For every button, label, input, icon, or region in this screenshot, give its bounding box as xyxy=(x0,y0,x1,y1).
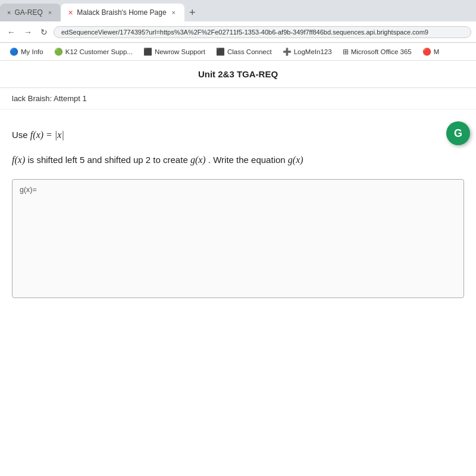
question-line1-prefix: Use xyxy=(12,130,30,140)
office365-icon: ⊞ xyxy=(343,48,349,56)
newrow-icon: ⬛ xyxy=(143,48,152,56)
nav-forward-button[interactable]: → xyxy=(21,26,35,38)
tab-malack-favicon: ✕ xyxy=(68,9,73,17)
bookmark-k12-label: K12 Customer Supp... xyxy=(65,48,133,55)
question-fx: f(x) xyxy=(12,155,25,165)
tab-malack-label: Malack Braish's Home Page xyxy=(77,8,166,17)
bookmark-m[interactable]: 🔴 M xyxy=(418,46,444,57)
myinfo-icon: 🔵 xyxy=(10,48,18,56)
address-bar[interactable]: edSequenceViewer/1774395?url=https%3A%2F… xyxy=(54,26,471,38)
page-title: Unit 2&3 TGA-REQ xyxy=(0,61,476,88)
bookmark-k12[interactable]: 🟢 K12 Customer Supp... xyxy=(49,46,137,57)
nav-refresh-button[interactable]: ↻ xyxy=(38,26,50,38)
question-gx1: g(x) xyxy=(190,155,206,165)
logmein-icon: ➕ xyxy=(283,48,292,56)
address-bar-row: ← → ↻ edSequenceViewer/1774395?url=https… xyxy=(0,21,476,43)
bookmark-logmein[interactable]: ➕ LogMeIn123 xyxy=(278,46,337,57)
attempt-label: lack Braish: Attempt 1 xyxy=(0,88,476,109)
tab-tga-favicon: × xyxy=(7,9,11,16)
bookmark-newrow[interactable]: ⬛ Newrow Support xyxy=(139,46,210,57)
bookmark-classconnect-label: Class Connect xyxy=(227,48,272,55)
tab-tga-label: GA-REQ xyxy=(14,8,42,17)
k12-icon: 🟢 xyxy=(54,48,63,56)
browser-frame: × GA-REQ × ✕ Malack Braish's Home Page ×… xyxy=(0,0,476,476)
m-icon: 🔴 xyxy=(422,48,431,56)
answer-box-label: g(x)= xyxy=(20,186,456,194)
tab-tga[interactable]: × GA-REQ × xyxy=(0,4,61,21)
bookmark-logmein-label: LogMeIn123 xyxy=(294,48,332,55)
classconnect-icon: ⬛ xyxy=(216,48,225,56)
new-tab-button[interactable]: + xyxy=(184,7,201,19)
tab-malack-close[interactable]: × xyxy=(170,8,177,17)
bookmark-newrow-label: Newrow Support xyxy=(155,48,205,55)
question-line-2: f(x) is shifted left 5 and shifted up 2 … xyxy=(12,152,464,168)
question-line-1: Use f(x) = |x| xyxy=(12,127,464,143)
bookmark-classconnect[interactable]: ⬛ Class Connect xyxy=(211,46,277,57)
question-area: G Use f(x) = |x| f(x) is shifted left 5 … xyxy=(0,109,476,310)
nav-back-button[interactable]: ← xyxy=(5,26,18,38)
question-line2-suffix: . Write the equation xyxy=(208,155,288,165)
bookmark-myinfo-label: My Info xyxy=(21,48,43,55)
bookmark-office365[interactable]: ⊞ Microsoft Office 365 xyxy=(338,46,416,57)
bookmarks-bar: 🔵 My Info 🟢 K12 Customer Supp... ⬛ Newro… xyxy=(0,43,476,61)
tab-tga-close[interactable]: × xyxy=(46,8,54,17)
bookmark-myinfo[interactable]: 🔵 My Info xyxy=(5,46,48,57)
question-gx2: g(x) xyxy=(288,155,303,165)
bookmark-m-label: M xyxy=(434,48,440,55)
question-line2-middle: is shifted left 5 and shifted up 2 to cr… xyxy=(27,155,190,165)
answer-input[interactable] xyxy=(20,198,456,287)
answer-box: g(x)= xyxy=(12,179,464,298)
page-content: Unit 2&3 TGA-REQ lack Braish: Attempt 1 … xyxy=(0,61,476,476)
question-line1-math: f(x) = |x| xyxy=(30,130,64,140)
tab-bar: × GA-REQ × ✕ Malack Braish's Home Page ×… xyxy=(0,0,476,21)
bookmark-office365-label: Microsoft Office 365 xyxy=(351,48,412,55)
tab-malack[interactable]: ✕ Malack Braish's Home Page × xyxy=(61,4,184,21)
g-button[interactable]: G xyxy=(446,121,470,145)
